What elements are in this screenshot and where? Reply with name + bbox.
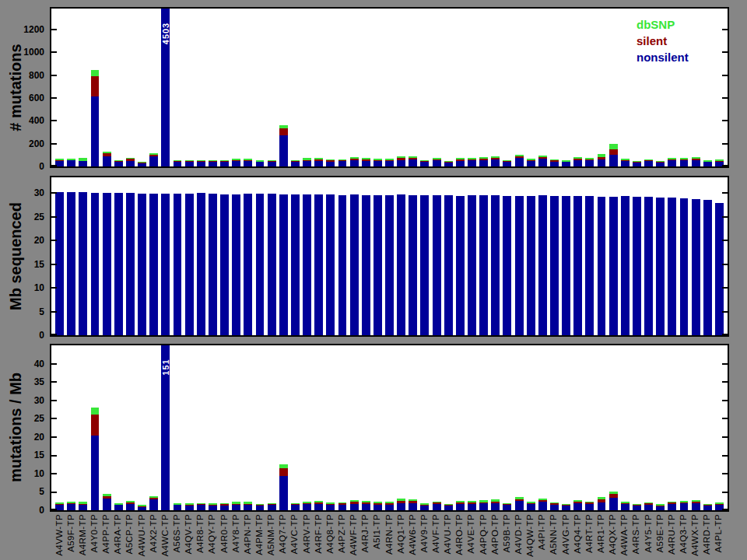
bar-segment-mb-sequenced xyxy=(703,200,712,335)
bar-segment-mb-sequenced xyxy=(338,195,347,335)
stacked-bar xyxy=(303,194,311,335)
bar-slot xyxy=(77,502,89,510)
y-tick-label: 600 xyxy=(0,93,44,103)
stacked-bar xyxy=(138,162,146,166)
x-tick-label: A4VW-TP xyxy=(54,514,65,560)
bar-segment-nonsilent xyxy=(209,162,217,166)
bar-segment-nonsilent xyxy=(456,504,465,510)
y-tick-mark xyxy=(722,473,728,474)
x-tick-label: A4QW-TP xyxy=(525,514,537,560)
bar-slot xyxy=(101,152,113,166)
bar-slot xyxy=(395,499,407,510)
x-tick-label: A4RA-TP xyxy=(113,514,124,560)
bars-mutations---mb xyxy=(51,345,728,510)
y-tick-mark xyxy=(722,311,728,313)
y-tick-mark xyxy=(51,473,57,474)
stacked-bar xyxy=(338,195,347,335)
bar-slot xyxy=(242,159,254,166)
bar-segment-nonsilent xyxy=(479,503,488,510)
stacked-bar xyxy=(703,160,712,166)
bar-slot xyxy=(431,195,443,335)
stacked-bar xyxy=(468,501,476,510)
bar-slot xyxy=(184,503,195,510)
stacked-bar xyxy=(126,501,135,510)
stacked-bar xyxy=(209,160,217,166)
stacked-bar xyxy=(256,194,265,335)
stacked-bar xyxy=(114,160,123,166)
y-tick-label: 20 xyxy=(0,235,44,246)
bar-slot xyxy=(466,158,478,166)
bar-slot xyxy=(89,70,100,166)
bar-slot xyxy=(384,195,395,335)
x-tick-label: A4WC-TP xyxy=(160,514,171,560)
x-tick-label: A4Y5-TP xyxy=(643,514,654,560)
x-tick-label: A4PQ-TP xyxy=(478,514,489,560)
y-tick-mark xyxy=(722,264,728,265)
bar-segment-nonsilent xyxy=(633,506,641,510)
bar-segment-nonsilent xyxy=(197,162,205,166)
bar-slot xyxy=(525,159,537,166)
bar-segment-nonsilent xyxy=(314,161,323,166)
bar-slot xyxy=(289,503,301,510)
y-tick-label: 15 xyxy=(0,450,44,460)
bar-slot xyxy=(136,162,148,166)
bar-slot xyxy=(454,501,466,510)
x-tick-label: A4PI-TP xyxy=(537,514,549,560)
bar-segment-mb-sequenced xyxy=(479,195,488,335)
stacked-bar xyxy=(161,9,170,166)
stacked-bar xyxy=(174,503,182,510)
bar-slot xyxy=(313,194,324,335)
x-tick-label: A4R1-TP xyxy=(595,514,607,560)
bar-slot xyxy=(324,159,336,166)
stacked-bar xyxy=(633,161,641,166)
x-tick-label: A4PP-TP xyxy=(101,514,113,560)
stacked-bar xyxy=(668,198,676,335)
bar-segment-mb-sequenced xyxy=(114,193,123,335)
bar-segment-nonsilent xyxy=(562,506,570,510)
stacked-bar xyxy=(185,194,194,335)
x-tick-label: A4RM-TP xyxy=(77,514,89,560)
x-tick-label: A4PO-TP xyxy=(489,514,501,560)
bar-segment-mb-sequenced xyxy=(585,196,594,335)
bar-segment-mb-sequenced xyxy=(598,197,606,335)
stacked-bar xyxy=(703,504,712,510)
x-tick-label: A59E-TP xyxy=(654,514,666,560)
y-tick-label: 0 xyxy=(0,330,44,341)
stacked-bar xyxy=(114,503,123,510)
bar-segment-nonsilent xyxy=(279,135,288,166)
stacked-bar xyxy=(126,158,135,166)
stacked-bar xyxy=(609,197,618,335)
bar-slot xyxy=(513,497,524,510)
stacked-bar xyxy=(338,159,347,166)
legend-item-nonsilent: nonsilent xyxy=(637,49,689,65)
stacked-bar xyxy=(444,195,453,335)
bar-segment-mb-sequenced xyxy=(491,195,500,335)
bar-slot xyxy=(702,160,714,166)
bar-slot xyxy=(266,160,278,166)
bar-slot xyxy=(136,505,148,510)
stacked-bar xyxy=(573,196,582,335)
bar-slot xyxy=(584,502,595,511)
bar-segment-nonsilent xyxy=(114,162,123,166)
bar-segment-nonsilent xyxy=(244,161,252,166)
bar-segment-nonsilent xyxy=(656,506,665,510)
bar-slot xyxy=(219,503,230,510)
bar-slot xyxy=(501,503,513,510)
panel-mb-sequenced xyxy=(50,176,729,337)
bar-slot xyxy=(407,499,419,510)
bar-segment-nonsilent xyxy=(103,499,111,510)
x-tick-label: A4V9-TP xyxy=(419,514,430,560)
bar-slot xyxy=(195,503,207,510)
bar-segment-nonsilent xyxy=(314,504,323,510)
plot-area-mb-sequenced xyxy=(51,177,728,335)
x-tick-label: A4R8-TP xyxy=(195,514,207,560)
stacked-bar xyxy=(456,196,465,335)
bar-slot xyxy=(572,196,584,335)
bar-slot xyxy=(113,503,124,510)
stacked-bar xyxy=(598,154,606,166)
stacked-bar xyxy=(621,196,630,335)
bar-slot xyxy=(372,502,384,510)
bar-slot xyxy=(501,160,513,166)
bar-segment-nonsilent xyxy=(420,506,429,510)
bar-slot xyxy=(219,160,230,166)
